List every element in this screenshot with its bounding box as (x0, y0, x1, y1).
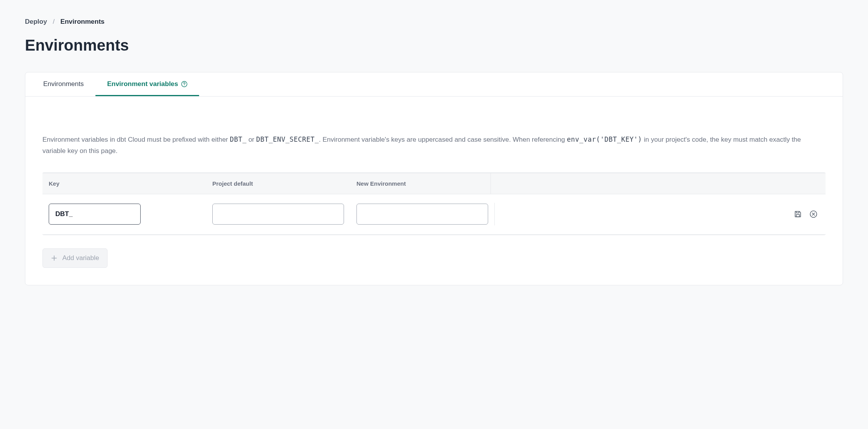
tab-environments-label: Environments (43, 80, 84, 88)
project-default-input[interactable] (212, 204, 344, 225)
plus-icon (51, 255, 58, 262)
svg-point-1 (184, 85, 185, 86)
new-environment-input[interactable] (356, 204, 488, 225)
add-variable-button[interactable]: Add variable (42, 248, 108, 268)
page-title: Environments (25, 37, 843, 54)
svg-rect-2 (796, 214, 799, 217)
cancel-icon[interactable] (809, 210, 818, 218)
breadcrumb: Deploy / Environments (25, 18, 843, 26)
env-var-description: Environment variables in dbt Cloud must … (42, 134, 826, 157)
table-header: Key Project default New Environment (42, 173, 826, 194)
th-project-default: Project default (206, 173, 350, 194)
th-new-environment: New Environment (350, 173, 490, 194)
tab-environments[interactable]: Environments (32, 72, 95, 96)
key-input[interactable] (49, 204, 141, 225)
tabs: Environments Environment variables (25, 72, 843, 97)
environments-card: Environments Environment variables Envir… (25, 72, 843, 285)
add-variable-label: Add variable (62, 254, 99, 262)
breadcrumb-parent[interactable]: Deploy (25, 18, 47, 25)
breadcrumb-current: Environments (60, 18, 104, 25)
help-icon[interactable] (181, 81, 187, 87)
tab-environment-variables[interactable]: Environment variables (95, 72, 199, 96)
table-row (42, 194, 826, 235)
tab-env-vars-label: Environment variables (107, 80, 178, 88)
save-icon[interactable] (794, 210, 802, 218)
breadcrumb-separator: / (53, 18, 55, 25)
th-key: Key (42, 173, 206, 194)
env-var-table: Key Project default New Environment (42, 172, 826, 235)
th-actions (490, 173, 826, 194)
